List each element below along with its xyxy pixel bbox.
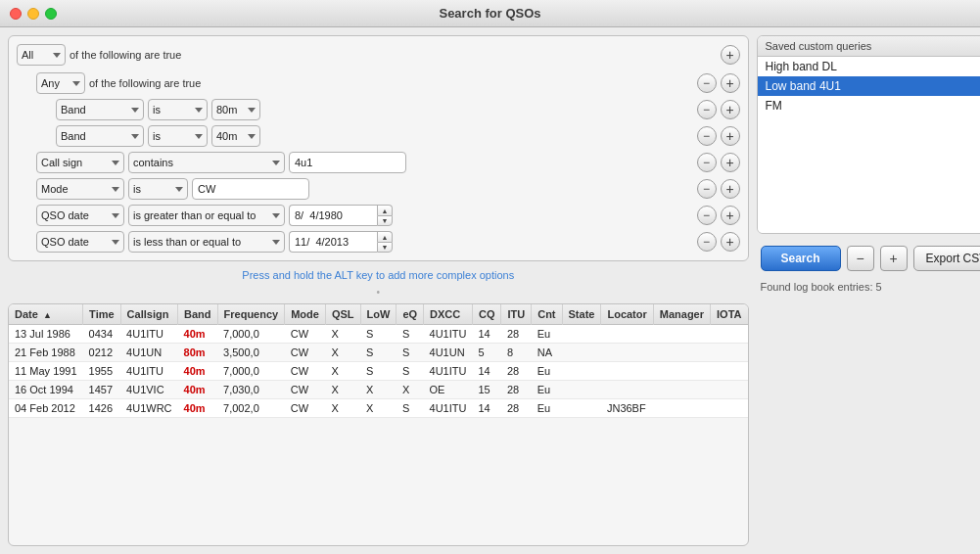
- col-cnt[interactable]: Cnt: [532, 304, 562, 325]
- col-locator[interactable]: Locator: [601, 304, 653, 325]
- cell-eq-2: S: [397, 362, 424, 381]
- field-select-3[interactable]: ModeBandCall signQSO date: [36, 178, 124, 200]
- filter-row-2: Call signBandModeQSO date containsisis n…: [17, 152, 740, 173]
- col-date[interactable]: Date ▲: [9, 304, 83, 325]
- maximize-button[interactable]: [45, 8, 57, 20]
- search-button[interactable]: Search: [761, 246, 841, 271]
- row2-remove-button[interactable]: −: [697, 153, 717, 172]
- field-select-1[interactable]: BandCall signModeQSO date: [56, 125, 144, 147]
- col-state[interactable]: State: [562, 304, 601, 325]
- divider: •: [8, 285, 749, 300]
- stepper-down-5[interactable]: ▼: [377, 242, 393, 253]
- value-input-2[interactable]: [289, 152, 406, 173]
- sub-add-button[interactable]: +: [721, 73, 740, 93]
- row1-add-button[interactable]: +: [721, 126, 740, 146]
- field-select-0[interactable]: BandCall signModeQSO date: [56, 99, 144, 120]
- cell-cq-1: 5: [472, 344, 501, 362]
- row0-remove-button[interactable]: −: [697, 100, 717, 119]
- operator-select-5[interactable]: is less than or equal tois greater than …: [128, 231, 285, 253]
- col-iota[interactable]: IOTA: [711, 304, 748, 325]
- cell-date-2: 11 May 1991: [9, 362, 83, 381]
- cell-frequency-3: 7,030,0: [217, 381, 285, 399]
- value-input-3[interactable]: [192, 178, 309, 200]
- cell-iota-3: [711, 381, 748, 399]
- sort-arrow-date: ▲: [43, 310, 52, 320]
- table-row[interactable]: 04 Feb 201214264U1WRC40m7,002,0CWXXS4U1I…: [9, 399, 748, 418]
- table-row[interactable]: 11 May 199119554U1ITU40m7,000,0CWXSS4U1I…: [9, 362, 748, 381]
- queries-title: Saved custom queries: [766, 40, 872, 52]
- cell-dxcc-3: OE: [424, 381, 473, 399]
- cell-itu-4: 28: [501, 399, 532, 418]
- top-label: of the following are true: [70, 49, 181, 61]
- cell-band-0: 40m: [178, 325, 218, 344]
- col-callsign[interactable]: Callsign: [120, 304, 177, 325]
- col-itu[interactable]: ITU: [501, 304, 532, 325]
- table-header-row: Date ▲ Time Callsign Band Frequency Mode…: [9, 304, 748, 325]
- results-table: Date ▲ Time Callsign Band Frequency Mode…: [9, 304, 748, 418]
- col-manager[interactable]: Manager: [653, 304, 710, 325]
- date-input-5[interactable]: [289, 231, 377, 253]
- field-select-4[interactable]: QSO dateBandCall signMode: [36, 205, 124, 226]
- top-add-button[interactable]: +: [721, 45, 740, 65]
- cell-frequency-0: 7,000,0: [217, 325, 285, 344]
- operator-select-2[interactable]: containsisis notstarts with: [128, 152, 285, 173]
- table-row[interactable]: 21 Feb 198802124U1UN80m3,500,0CWXSS4U1UN…: [9, 344, 748, 362]
- row5-add-button[interactable]: +: [721, 232, 740, 252]
- col-band[interactable]: Band: [178, 304, 218, 325]
- sub-quantifier-select[interactable]: Any All None: [36, 72, 85, 94]
- cell-eq-3: X: [397, 381, 424, 399]
- filter-row-5: QSO dateBandCall signMode is less than o…: [17, 231, 740, 253]
- export-button[interactable]: Export CSV: [913, 246, 980, 271]
- delete-query-button[interactable]: −: [847, 246, 874, 271]
- col-qsl[interactable]: QSL: [325, 304, 360, 325]
- row4-add-button[interactable]: +: [721, 206, 740, 225]
- col-frequency[interactable]: Frequency: [217, 304, 285, 325]
- operator-select-3[interactable]: isis notcontains: [128, 178, 188, 200]
- operator-select-1[interactable]: isis notcontains: [148, 125, 208, 147]
- table-row[interactable]: 16 Oct 199414574U1VIC40m7,030,0CWXXXOE15…: [9, 381, 748, 399]
- value-select-1[interactable]: 40m80m20m: [211, 125, 260, 147]
- minimize-button[interactable]: [27, 8, 39, 20]
- row0-add-button[interactable]: +: [721, 100, 740, 119]
- add-query-button[interactable]: +: [880, 246, 908, 271]
- row2-add-button[interactable]: +: [721, 153, 740, 172]
- sub-remove-button[interactable]: −: [697, 73, 717, 93]
- results-section: Date ▲ Time Callsign Band Frequency Mode…: [8, 303, 749, 546]
- col-cq[interactable]: CQ: [472, 304, 501, 325]
- row5-remove-button[interactable]: −: [697, 232, 717, 252]
- operator-select-0[interactable]: isis notcontains: [148, 99, 208, 120]
- table-scroll[interactable]: Date ▲ Time Callsign Band Frequency Mode…: [9, 304, 748, 545]
- operator-select-4[interactable]: is greater than or equal tois less than …: [128, 205, 285, 226]
- cell-callsign-4: 4U1WRC: [120, 399, 177, 418]
- col-eq[interactable]: eQ: [397, 304, 424, 325]
- col-mode[interactable]: Mode: [285, 304, 326, 325]
- cell-low-3: X: [360, 381, 397, 399]
- query-item-2[interactable]: FM: [758, 96, 981, 115]
- cell-state-3: [562, 381, 601, 399]
- stepper-up-4[interactable]: ▲: [377, 205, 393, 215]
- cell-callsign-3: 4U1VIC: [120, 381, 177, 399]
- field-select-2[interactable]: Call signBandModeQSO date: [36, 152, 124, 173]
- cell-qsl-3: X: [325, 381, 360, 399]
- date-input-4[interactable]: [289, 205, 377, 226]
- cell-manager-2: [653, 362, 710, 381]
- sub-label: of the following are true: [89, 77, 201, 89]
- col-low[interactable]: LoW: [360, 304, 397, 325]
- traffic-lights[interactable]: [10, 8, 57, 20]
- stepper-down-4[interactable]: ▼: [377, 215, 393, 226]
- query-item-0[interactable]: High band DL: [758, 57, 981, 76]
- col-dxcc[interactable]: DXCC: [424, 304, 473, 325]
- row4-remove-button[interactable]: −: [697, 206, 717, 225]
- col-time[interactable]: Time: [83, 304, 120, 325]
- close-button[interactable]: [10, 8, 22, 20]
- row3-add-button[interactable]: +: [721, 179, 740, 199]
- row3-remove-button[interactable]: −: [697, 179, 717, 199]
- top-quantifier-select[interactable]: All Any None: [17, 44, 66, 66]
- filter-row-0: BandCall signModeQSO date isis notcontai…: [17, 99, 740, 120]
- query-item-1[interactable]: Low band 4U1: [758, 76, 981, 96]
- table-row[interactable]: 13 Jul 198604344U1ITU40m7,000,0CWXSS4U1I…: [9, 325, 748, 344]
- value-select-0[interactable]: 80m40m20m: [211, 99, 260, 120]
- field-select-5[interactable]: QSO dateBandCall signMode: [36, 231, 124, 253]
- row1-remove-button[interactable]: −: [697, 126, 717, 146]
- stepper-up-5[interactable]: ▲: [377, 231, 393, 242]
